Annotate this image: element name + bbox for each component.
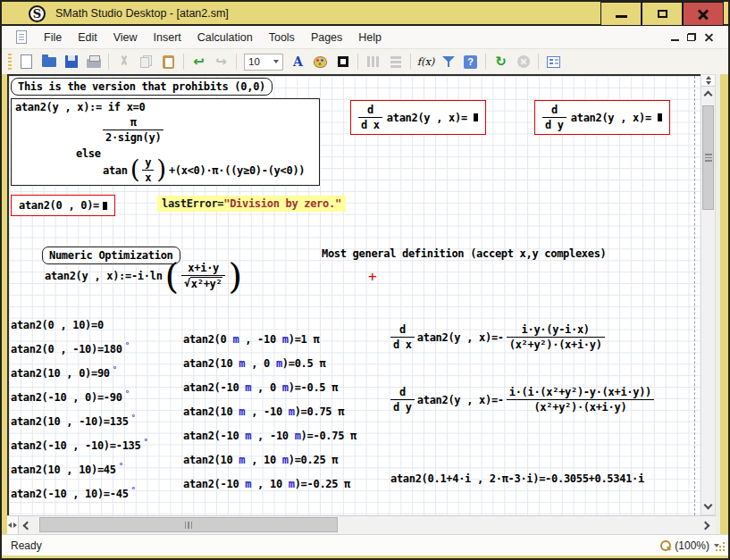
align-vertical-icon [390, 56, 401, 68]
radicand: x²+y² [190, 277, 223, 290]
menu-tools[interactable]: Tools [261, 28, 303, 47]
atan2-definition-region[interactable]: atan2(y , x):= if x=0 π 2·sign(y) else a… [11, 98, 320, 186]
insert-cursor-crosshair[interactable]: + [368, 268, 377, 285]
options-button[interactable] [543, 52, 564, 71]
metre-unit: m [289, 405, 295, 418]
close-paren: ) [156, 160, 166, 180]
pi-result-row[interactable]: atan2(10 m , 0 m)=0.5 π [183, 357, 325, 370]
menu-file[interactable]: File [36, 28, 70, 47]
print-icon [87, 59, 101, 68]
toolbar-grip[interactable] [8, 54, 12, 70]
pi-result-row[interactable]: atan2(-10 m , 0 m)=-0.5 π [183, 381, 338, 394]
maximize-button[interactable] [642, 2, 683, 26]
close-icon [697, 8, 709, 21]
redo-button[interactable]: ↪ [211, 52, 231, 71]
pi-result-row[interactable]: atan2(10 m , 10 m)=0.25 π [183, 454, 338, 466]
derivative-dx-result[interactable]: dd x atan2(y , x)=- i·y·(y-i·x)(x²+y²)·(… [390, 323, 605, 351]
mdi-restore-icon[interactable] [687, 33, 696, 41]
scroll-right-button[interactable] [700, 517, 714, 533]
menu-edit[interactable]: Edit [70, 28, 105, 47]
copy-icon [140, 55, 152, 68]
vertical-scroll-thumb[interactable] [702, 105, 714, 210]
save-button[interactable] [61, 52, 81, 71]
border-toggle-button[interactable] [332, 52, 353, 71]
menu-insert[interactable]: Insert [146, 28, 189, 47]
menu-help[interactable]: Help [350, 28, 390, 47]
pi-result-row[interactable]: atan2(0 m , -10 m)=1 π [183, 333, 319, 346]
reference-book-button[interactable]: ? [460, 52, 481, 71]
deg-result-row[interactable]: atan2(-10 , 0)=-90° [11, 389, 130, 404]
insert-unit-button[interactable] [438, 52, 458, 71]
expression-tail: +(x<0)·π·((y≥0)-(y<0)) [169, 164, 305, 177]
horizontal-scrollbar[interactable] [7, 515, 716, 534]
numeric-optimization-formula[interactable]: atan2(y , x):=-i·ln ( x+i·y √ x²+y² ) [45, 262, 242, 290]
align-vertical-button[interactable] [385, 52, 406, 71]
toolbar-separator [108, 54, 109, 70]
paste-button[interactable] [158, 52, 179, 71]
derivative-dx-placeholder-region[interactable]: d d x atan2(y , x)= [350, 100, 486, 135]
minimize-button[interactable] [600, 2, 642, 26]
scroll-up-button[interactable] [701, 87, 715, 101]
open-paren: ( [130, 160, 140, 180]
empty-placeholder[interactable] [474, 113, 478, 121]
mdi-minimize-icon[interactable] [671, 39, 679, 42]
stop-button[interactable] [513, 52, 533, 71]
degree-unit: ° [131, 486, 136, 495]
empty-placeholder[interactable] [658, 113, 662, 121]
menu-view[interactable]: View [105, 28, 146, 47]
undo-button[interactable]: ↩ [189, 52, 209, 71]
radical-sign: √ [184, 277, 190, 290]
deg-result-row[interactable]: atan2(0 , -10)=180° [11, 341, 130, 355]
menu-calculation[interactable]: Calculation [189, 28, 261, 47]
toolbar-separator [183, 54, 184, 70]
pi-result-row[interactable]: atan2(-10 m , 10 m)=-0.25 π [183, 478, 350, 490]
close-button[interactable] [683, 2, 724, 26]
split-view-handle[interactable] [701, 75, 715, 87]
document-icon[interactable] [16, 30, 27, 44]
redo-icon: ↪ [215, 55, 227, 69]
scroll-down-button[interactable] [701, 499, 715, 514]
deg-result-row[interactable]: atan2(10 , 10)=45° [11, 462, 123, 476]
minimize-icon [616, 15, 627, 18]
scroll-left-button[interactable] [19, 517, 33, 533]
deg-result-row[interactable]: atan2(10 , 0)=90° [11, 365, 117, 380]
derivative-dy-result[interactable]: dd y atan2(y , x)=- i·(i·(x²+y²)-y·(x+i·… [390, 386, 654, 414]
atan2-zero-zero-region[interactable]: atan2(0 , 0)= [11, 195, 115, 216]
cut-button[interactable] [113, 52, 134, 71]
complex-result-row[interactable]: atan2(0.1+4·i , 2·π-3·i)=-0.3055+0.5341·… [390, 472, 644, 485]
insert-function-button[interactable]: f(x) [415, 52, 436, 71]
pi-result-row[interactable]: atan2(-10 m , -10 m)=-0.75 π [183, 430, 357, 442]
last-error-region[interactable]: lastError="Division by zero." [157, 196, 346, 212]
align-horizontal-button[interactable] [363, 52, 383, 71]
zoom-control[interactable]: (100%) [660, 539, 719, 552]
most-general-note[interactable]: Most general definition (accept x,y comp… [322, 247, 607, 260]
atan-keyword: atan [103, 164, 128, 177]
menu-pages[interactable]: Pages [303, 28, 350, 47]
deg-result-row[interactable]: atan2(-10 , 10)=-45° [11, 486, 136, 500]
copy-button[interactable] [136, 52, 156, 71]
pi-over-2signy-fraction: π 2·sign(y) [103, 116, 164, 144]
font-color-button[interactable]: A [288, 52, 308, 71]
deg-result-row[interactable]: atan2(-10 , -10)=-135° [11, 438, 148, 452]
recalculate-button[interactable]: ↻ [491, 52, 511, 71]
font-size-select[interactable]: 10 [244, 54, 283, 71]
metre-unit: m [289, 478, 295, 490]
split-view-handle[interactable] [7, 516, 19, 534]
toolbar-separator [485, 54, 486, 70]
fraction-denominator: d y [542, 119, 566, 131]
open-button[interactable] [38, 52, 59, 71]
horizontal-scroll-thumb[interactable] [39, 517, 338, 532]
deg-result-row[interactable]: atan2(0 , 10)=0 [11, 317, 106, 331]
new-file-button[interactable] [16, 52, 37, 71]
pi-result-row[interactable]: atan2(10 m , -10 m)=0.75 π [183, 405, 344, 418]
mdi-close-icon[interactable] [704, 32, 714, 42]
background-color-button[interactable] [310, 52, 331, 71]
note-prohibits-region[interactable]: This is the version that prohibits (0,0) [11, 78, 273, 96]
print-button[interactable] [83, 52, 104, 71]
empty-placeholder[interactable] [103, 202, 107, 210]
derivative-dy-placeholder-region[interactable]: d d y atan2(y , x)= [534, 100, 670, 135]
resize-grip[interactable] [723, 549, 725, 551]
vertical-scrollbar[interactable] [701, 74, 716, 515]
fraction-bar [358, 117, 382, 118]
deg-result-row[interactable]: atan2(10 , -10)=135° [11, 414, 136, 428]
